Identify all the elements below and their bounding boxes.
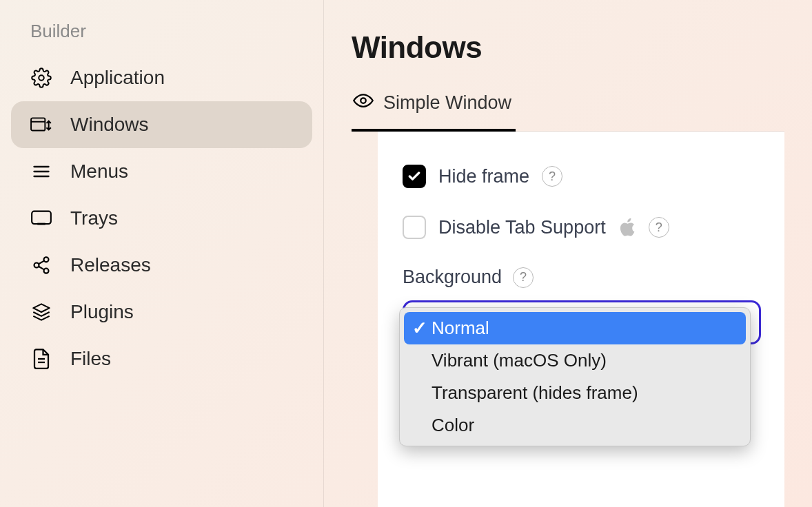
sidebar-item-label: Releases (70, 254, 151, 276)
sidebar-item-windows[interactable]: Windows (11, 101, 312, 148)
dropdown-option-color[interactable]: Color (404, 409, 746, 442)
sidebar-item-trays[interactable]: Trays (11, 195, 312, 242)
background-dropdown: Normal Vibrant (macOS Only) Transparent … (399, 307, 751, 446)
tray-icon (30, 207, 52, 229)
sidebar-section-label: Builder (11, 21, 312, 54)
sidebar-item-label: Files (70, 348, 111, 370)
help-icon[interactable]: ? (649, 217, 669, 238)
menu-icon (30, 161, 52, 183)
tabs: Simple Window (352, 84, 784, 132)
svg-point-0 (39, 75, 44, 81)
file-icon (30, 348, 52, 370)
tab-label: Simple Window (383, 92, 511, 114)
layers-icon (30, 301, 52, 323)
disable-tab-checkbox[interactable] (403, 216, 426, 239)
field-hide-frame: Hide frame ? (403, 165, 760, 188)
dropdown-option-normal[interactable]: Normal (404, 312, 746, 344)
svg-point-16 (361, 98, 366, 103)
field-disable-tab: Disable Tab Support ? (403, 216, 760, 239)
background-select-wrap: Normal Vibrant (macOS Only) Transparent … (403, 300, 760, 344)
page-title: Windows (352, 30, 784, 65)
svg-line-12 (39, 267, 44, 270)
svg-marker-13 (33, 304, 49, 312)
svg-rect-1 (31, 118, 45, 130)
main-header: Windows Simple Window (324, 0, 812, 132)
eye-icon (353, 92, 374, 114)
svg-rect-6 (32, 211, 51, 224)
svg-point-10 (44, 269, 49, 273)
hide-frame-checkbox[interactable] (403, 165, 426, 188)
dropdown-option-transparent[interactable]: Transparent (hides frame) (404, 377, 746, 409)
sidebar-item-releases[interactable]: Releases (11, 242, 312, 289)
dropdown-option-vibrant[interactable]: Vibrant (macOS Only) (404, 344, 746, 377)
sidebar-item-files[interactable]: Files (11, 335, 312, 382)
sidebar-item-label: Trays (70, 207, 118, 229)
tab-simple-window[interactable]: Simple Window (352, 84, 516, 132)
svg-point-9 (34, 263, 39, 268)
content-area: Hide frame ? Disable Tab Support ? Backg… (324, 132, 812, 507)
sidebar-item-label: Windows (70, 114, 149, 136)
sidebar-item-application[interactable]: Application (11, 54, 312, 101)
sidebar-item-plugins[interactable]: Plugins (11, 289, 312, 335)
sidebar-item-label: Menus (70, 161, 128, 183)
hide-frame-label: Hide frame (438, 166, 529, 187)
svg-line-11 (39, 261, 44, 265)
share-icon (30, 254, 52, 276)
background-label-row: Background ? (403, 267, 760, 288)
svg-point-8 (44, 257, 49, 262)
disable-tab-label: Disable Tab Support (438, 217, 606, 238)
main-content: Windows Simple Window Hide frame ? Disab… (324, 0, 812, 507)
settings-panel: Hide frame ? Disable Tab Support ? Backg… (378, 132, 784, 507)
apple-icon (618, 217, 636, 238)
window-move-icon (30, 114, 52, 136)
sidebar-item-menus[interactable]: Menus (11, 148, 312, 195)
sidebar: Builder Application Windows Menus Trays … (0, 0, 324, 507)
help-icon[interactable]: ? (542, 166, 562, 187)
help-icon[interactable]: ? (513, 267, 534, 288)
sidebar-item-label: Plugins (70, 301, 134, 323)
sidebar-item-label: Application (70, 67, 165, 89)
background-label: Background (403, 267, 502, 288)
gear-icon (30, 67, 52, 89)
